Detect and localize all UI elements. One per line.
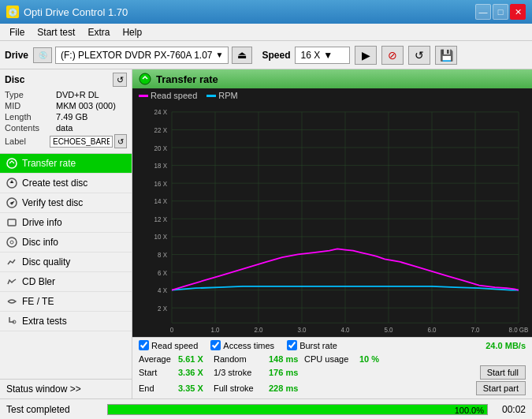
nav-cd-bler-label: CD Bler [22, 276, 55, 287]
play-button[interactable]: ▶ [355, 46, 377, 65]
create-test-disc-icon [6, 178, 17, 189]
svg-text:0: 0 [170, 325, 174, 334]
random-value: 148 ms [269, 354, 304, 364]
disc-type-row: Type DVD+R DL [5, 90, 127, 99]
refresh-button[interactable]: ↺ [408, 46, 430, 65]
erase-button[interactable]: ⊘ [381, 46, 404, 65]
average-label: Average [139, 354, 178, 364]
main-layout: Disc ↺ Type DVD+R DL MID MKM 003 (000) L… [0, 69, 532, 398]
nav-disc-info[interactable]: Disc info [0, 233, 132, 253]
nav-fe-te[interactable]: FE / TE [0, 292, 132, 312]
svg-text:18 X: 18 X [154, 162, 168, 170]
svg-point-0 [7, 159, 17, 168]
start-full-button[interactable]: Start full [480, 365, 526, 380]
eject-button[interactable]: ⏏ [232, 47, 252, 64]
cpu-usage-value: 10 % [359, 354, 379, 364]
disc-info-icon [6, 237, 17, 248]
disc-length-row: Length 7.49 GB [5, 112, 127, 122]
svg-text:7.0: 7.0 [471, 325, 479, 334]
progress-bar-container: 100.0% [107, 404, 488, 415]
burst-rate-check-text: Burst rate [299, 341, 337, 350]
svg-text:22 X: 22 X [154, 125, 168, 134]
speed-dropdown[interactable]: 16 X ▼ [295, 47, 350, 64]
svg-point-5 [10, 241, 13, 244]
status-text: Test completed [6, 404, 101, 415]
status-window-label: Status window >> [6, 383, 81, 395]
nav-disc-quality-label: Disc quality [22, 256, 70, 267]
svg-rect-8 [132, 103, 532, 337]
svg-text:24 X: 24 X [154, 108, 168, 117]
disc-label-row: Label ↺ [5, 134, 127, 148]
chart-header-icon [139, 73, 151, 85]
nav-fe-te-label: FE / TE [22, 296, 54, 307]
read-speed-check-label[interactable]: Read speed [139, 340, 198, 350]
drive-icon: 💿 [33, 47, 52, 63]
nav-menu: Transfer rate Create test disc Verify te… [0, 154, 132, 379]
drive-value: (F:) PLEXTOR DVDR PX-760A 1.07 [61, 50, 213, 61]
disc-label-refresh[interactable]: ↺ [114, 134, 127, 148]
access-times-check-text: Access times [223, 341, 274, 350]
nav-cd-bler[interactable]: CD Bler [0, 272, 132, 292]
drive-selector: 💿 (F:) PLEXTOR DVDR PX-760A 1.07 ▼ ⏏ [33, 47, 252, 64]
disc-section: Disc ↺ Type DVD+R DL MID MKM 003 (000) L… [0, 69, 132, 154]
window-controls: — □ ✕ [475, 4, 526, 20]
disc-contents-row: Contents data [5, 123, 127, 133]
access-times-check-label[interactable]: Access times [210, 340, 274, 350]
burst-rate-check-label[interactable]: Burst rate [287, 340, 337, 350]
svg-point-7 [140, 73, 151, 84]
burst-rate-display: 24.0 MB/s [485, 341, 526, 350]
menu-start-test[interactable]: Start test [31, 25, 81, 39]
legend-rpm-label: RPM [218, 91, 237, 100]
chart-header: Transfer rate [132, 69, 532, 88]
nav-extra-tests[interactable]: Extra tests [0, 312, 132, 331]
disc-label-input[interactable] [50, 136, 113, 148]
speed-value: 16 X [300, 50, 320, 61]
drive-dropdown[interactable]: (F:) PLEXTOR DVDR PX-760A 1.07 ▼ [55, 47, 229, 64]
status-bar: Test completed 100.0% 00:02 [0, 398, 532, 419]
close-button[interactable]: ✕ [510, 4, 526, 20]
disc-mid-row: MID MKM 003 (000) [5, 101, 127, 110]
minimize-button[interactable]: — [475, 4, 491, 20]
disc-refresh-button[interactable]: ↺ [113, 73, 127, 87]
disc-mid-value: MKM 003 (000) [56, 101, 116, 110]
start-part-button[interactable]: Start part [476, 381, 526, 395]
chart-svg: 24 X 22 X 20 X 18 X 16 X 14 X 12 X 10 X … [132, 103, 532, 337]
nav-create-test-disc[interactable]: Create test disc [0, 174, 132, 193]
extra-tests-icon [6, 316, 17, 327]
svg-point-4 [7, 238, 17, 247]
nav-verify-test-disc[interactable]: Verify test disc [0, 193, 132, 213]
menu-help[interactable]: Help [116, 25, 148, 39]
disc-label-label: Label [5, 137, 50, 146]
disc-length-label: Length [5, 112, 56, 122]
nav-drive-info[interactable]: Drive info [0, 213, 132, 233]
random-label: Random [214, 354, 269, 364]
svg-text:4.0: 4.0 [340, 325, 349, 334]
nav-transfer-rate[interactable]: Transfer rate [0, 154, 132, 174]
nav-drive-info-label: Drive info [22, 217, 62, 228]
save-button[interactable]: 💾 [435, 46, 457, 65]
verify-test-disc-icon [6, 197, 17, 208]
cpu-usage-label: CPU usage [304, 354, 359, 364]
read-speed-checkbox[interactable] [139, 340, 149, 350]
stats-row-3: End 3.35 X Full stroke 228 ms Start part [139, 381, 526, 395]
status-time: 00:02 [494, 404, 526, 415]
status-window-button[interactable]: Status window >> [0, 379, 132, 398]
maximize-button[interactable]: □ [493, 4, 508, 20]
burst-rate-checkbox[interactable] [287, 340, 297, 350]
end-value: 3.35 X [178, 383, 214, 393]
disc-type-label: Type [5, 90, 56, 99]
nav-disc-quality[interactable]: Disc quality [0, 253, 132, 272]
app-title: Opti Drive Control 1.70 [24, 6, 128, 18]
title-bar: 💿 Opti Drive Control 1.70 — □ ✕ [0, 0, 532, 24]
rpm-legend-color [206, 95, 216, 97]
menu-file[interactable]: File [3, 25, 31, 39]
access-times-checkbox[interactable] [210, 340, 221, 350]
nav-extra-tests-label: Extra tests [22, 316, 67, 327]
toolbar: Drive 💿 (F:) PLEXTOR DVDR PX-760A 1.07 ▼… [0, 41, 532, 69]
chart-title: Transfer rate [156, 73, 218, 85]
chart-area: 24 X 22 X 20 X 18 X 16 X 14 X 12 X 10 X … [132, 103, 532, 337]
disc-quality-icon [6, 256, 17, 267]
average-value: 5.61 X [178, 354, 214, 364]
menu-extra[interactable]: Extra [81, 25, 116, 39]
legend-read-speed: Read speed [139, 91, 197, 100]
